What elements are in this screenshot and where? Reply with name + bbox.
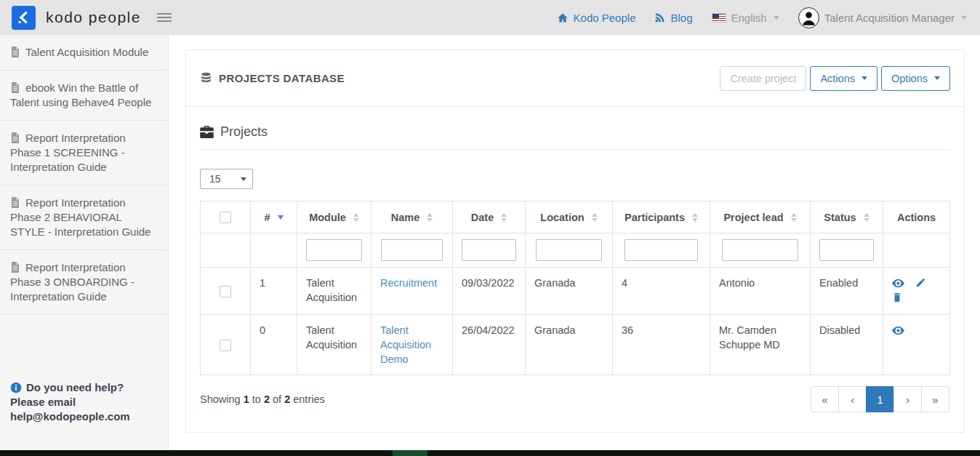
location-filter-input[interactable] <box>536 239 601 261</box>
page-size-select[interactable]: 15 <box>200 169 253 189</box>
page-size-select-wrap: 15 <box>200 169 253 189</box>
nav-blog-link[interactable]: Blog <box>654 12 692 24</box>
actions-dropdown-button[interactable]: Actions <box>810 66 877 91</box>
cell-module: Talent Acquisition <box>297 315 371 375</box>
language-selector[interactable]: English <box>712 12 779 24</box>
sidebar-item-report-phase3[interactable]: Report Interpretation Phase 3 ONBOARDING… <box>0 250 168 315</box>
date-filter-input[interactable] <box>462 239 516 261</box>
column-header-location[interactable]: Location <box>526 201 613 233</box>
row-checkbox[interactable] <box>220 340 231 351</box>
create-project-button[interactable]: Create project <box>720 66 806 91</box>
cell-date: 09/03/2022 <box>453 268 526 315</box>
participants-filter-input[interactable] <box>624 239 698 261</box>
main-content: PROJECTS DATABASE Create project Actions… <box>169 35 980 450</box>
sort-icon <box>864 213 869 222</box>
name-filter-input[interactable] <box>381 239 442 261</box>
sort-icon <box>501 213 507 222</box>
column-header-participants[interactable]: Participants <box>613 201 710 233</box>
view-icon[interactable] <box>892 279 904 288</box>
column-header-status[interactable]: Status <box>811 201 883 233</box>
sort-icon <box>427 213 433 222</box>
sidebar-item-report-phase1[interactable]: Report Interpretation Phase 1 SCREENING … <box>0 121 168 185</box>
sort-icon <box>692 213 698 222</box>
cell-date: 26/04/2022 <box>453 315 526 375</box>
table-row: 0 Talent Acquisition Talent Acquisition … <box>201 315 950 375</box>
entries-summary: Showing 1 to 2 of 2 entries <box>200 393 325 405</box>
cell-location: Granada <box>526 268 613 315</box>
cell-participants: 36 <box>613 315 710 375</box>
document-icon <box>10 82 20 93</box>
cell-num: 0 <box>251 315 297 375</box>
chevron-down-icon <box>774 16 779 20</box>
card-header: PROJECTS DATABASE Create project Actions… <box>186 50 964 107</box>
last-page-button[interactable]: » <box>921 386 949 412</box>
projects-table: # Module Name Date <box>200 201 950 375</box>
top-navbar: kodo people Kodo People Blog E <box>0 0 980 35</box>
sort-desc-icon <box>278 215 284 220</box>
divider <box>200 149 950 150</box>
module-filter-input[interactable] <box>306 239 362 261</box>
column-header-name[interactable]: Name <box>371 201 453 233</box>
project-lead-filter-input[interactable] <box>722 239 798 261</box>
sort-icon <box>791 213 797 222</box>
document-icon <box>10 262 20 273</box>
page-1-button[interactable]: 1 <box>866 386 894 412</box>
column-header-module[interactable]: Module <box>297 201 371 233</box>
status-badge: Disabled <box>811 315 883 375</box>
column-header-project-lead[interactable]: Project lead <box>710 201 811 233</box>
nav-kodo-people-link[interactable]: Kodo People <box>557 12 636 24</box>
cell-module: Talent Acquisition <box>297 268 371 315</box>
column-header-date[interactable]: Date <box>453 201 526 233</box>
delete-icon[interactable] <box>892 292 902 303</box>
first-page-button[interactable]: « <box>811 386 839 412</box>
bottom-status-bar <box>0 450 980 456</box>
sidebar-item-talent-acquisition-module[interactable]: Talent Acquisition Module <box>0 35 168 71</box>
row-checkbox[interactable] <box>220 286 231 297</box>
projects-section-title: Projects <box>200 124 950 140</box>
info-icon <box>10 382 22 393</box>
brand-wordmark: kodo people <box>46 9 141 26</box>
projects-database-card: PROJECTS DATABASE Create project Actions… <box>185 49 965 433</box>
view-icon[interactable] <box>892 326 904 335</box>
help-note: Do you need help? Please email help@kodo… <box>0 367 168 437</box>
document-icon <box>10 197 20 208</box>
menu-toggle-icon[interactable] <box>157 13 172 22</box>
chevron-down-icon <box>961 16 967 20</box>
briefcase-icon <box>200 126 214 138</box>
select-all-checkbox[interactable] <box>220 212 231 223</box>
prev-page-button[interactable]: ‹ <box>838 386 867 412</box>
page-title: PROJECTS DATABASE <box>200 72 345 84</box>
column-header-actions: Actions <box>883 201 950 233</box>
avatar <box>798 7 819 28</box>
brand-logo-icon[interactable] <box>12 6 36 30</box>
bottom-bar-segment <box>393 450 427 456</box>
edit-icon[interactable] <box>915 277 926 288</box>
cell-participants: 4 <box>613 268 710 315</box>
header-row: # Module Name Date <box>201 201 950 233</box>
chevron-down-icon <box>934 76 940 80</box>
left-sidebar: Talent Acquisition Module ebook Win the … <box>0 35 169 450</box>
document-icon <box>10 47 20 57</box>
sidebar-item-report-phase2[interactable]: Report Interpretation Phase 2 BEHAVIORAL… <box>0 185 168 250</box>
column-header-num[interactable]: # <box>251 201 297 233</box>
pagination: « ‹ 1 › » <box>811 386 949 412</box>
project-name-link[interactable]: Recruitment <box>380 277 437 289</box>
project-name-link[interactable]: Talent Acquisition Demo <box>380 324 431 365</box>
filter-row <box>201 233 950 268</box>
cell-location: Granada <box>526 315 613 375</box>
us-flag-icon <box>712 13 726 23</box>
sort-icon <box>353 213 359 222</box>
status-filter-input[interactable] <box>819 239 874 261</box>
document-icon <box>10 132 20 143</box>
status-badge: Enabled <box>811 268 883 315</box>
select-all-header[interactable] <box>201 201 251 233</box>
blog-icon <box>654 12 665 23</box>
table-row: 1 Talent Acquisition Recruitment 09/03/2… <box>201 268 950 315</box>
options-dropdown-button[interactable]: Options <box>881 66 950 91</box>
database-icon <box>200 72 212 84</box>
cell-project-lead: Mr. Camden Schuppe MD <box>710 315 811 375</box>
user-menu[interactable]: Talent Acquisition Manager <box>798 7 967 28</box>
next-page-button[interactable]: › <box>893 386 922 412</box>
sidebar-item-ebook[interactable]: ebook Win the Battle of Talent using Beh… <box>0 71 168 121</box>
cell-num: 1 <box>251 268 297 315</box>
